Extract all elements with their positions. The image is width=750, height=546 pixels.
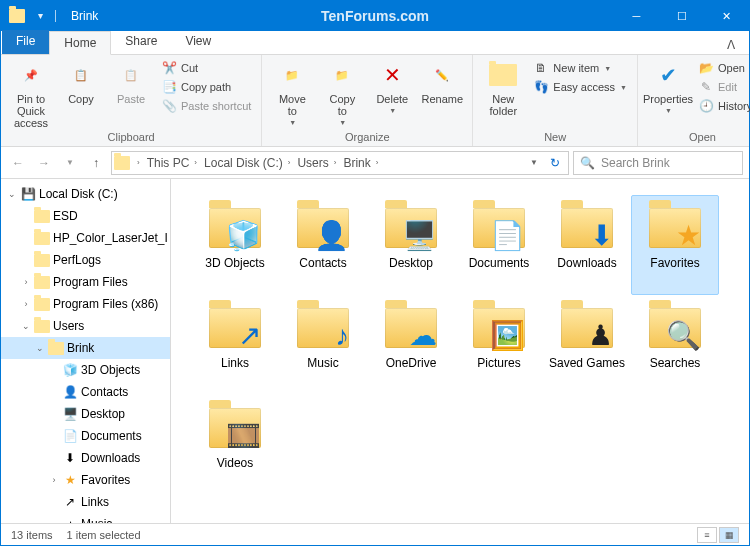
- expand-icon[interactable]: ›: [19, 299, 33, 309]
- group-organize: 📁Move to▼ 📁Copy to▼ ✕Delete▼ ✏️Rename Or…: [262, 55, 473, 146]
- content-pane[interactable]: 🧊3D Objects👤Contacts🖥️Desktop📄Documents⬇…: [171, 179, 749, 523]
- breadcrumb-seg[interactable]: Users›: [295, 156, 341, 170]
- minimize-button[interactable]: ─: [614, 1, 659, 31]
- pin-to-quick-access-button[interactable]: 📌Pin to Quick access: [7, 57, 55, 129]
- icons-view-button[interactable]: ▦: [719, 527, 739, 543]
- recent-locations-button[interactable]: ▼: [59, 152, 81, 174]
- folder-item[interactable]: 🖥️Desktop: [367, 195, 455, 295]
- qat-item[interactable]: │: [49, 9, 63, 23]
- node-icon: [47, 340, 65, 356]
- folder-item[interactable]: ☁OneDrive: [367, 295, 455, 395]
- node-label: Brink: [67, 341, 94, 355]
- expand-icon[interactable]: ›: [19, 277, 33, 287]
- folder-item[interactable]: 🎞️Videos: [191, 395, 279, 495]
- node-label: Local Disk (C:): [39, 187, 118, 201]
- folder-item[interactable]: ⬇Downloads: [543, 195, 631, 295]
- up-button[interactable]: ↑: [85, 152, 107, 174]
- tab-view[interactable]: View: [171, 30, 225, 54]
- folder-icon: ♟: [555, 300, 619, 356]
- open-button[interactable]: 📂Open▼: [694, 59, 750, 77]
- copy-path-button[interactable]: 📑Copy path: [157, 78, 255, 96]
- address-dropdown[interactable]: ▼: [524, 158, 544, 167]
- folder-item[interactable]: 🔍Searches: [631, 295, 719, 395]
- folder-icon: 🎞️: [203, 400, 267, 456]
- properties-button[interactable]: ✔Properties▼: [644, 57, 692, 115]
- address-bar[interactable]: › This PC› Local Disk (C:)› Users› Brink…: [111, 151, 569, 175]
- folder-item[interactable]: 👤Contacts: [279, 195, 367, 295]
- tree-node[interactable]: ♪Music: [1, 513, 170, 523]
- tree-node[interactable]: 📄Documents: [1, 425, 170, 447]
- copy-button[interactable]: 📋Copy: [57, 57, 105, 105]
- folder-item[interactable]: ↗Links: [191, 295, 279, 395]
- delete-button[interactable]: ✕Delete▼: [368, 57, 416, 115]
- edit-button[interactable]: ✎Edit: [694, 78, 750, 96]
- tree-node[interactable]: ›Program Files: [1, 271, 170, 293]
- folder-icon: 🖥️: [379, 200, 443, 256]
- tree-node[interactable]: ESD: [1, 205, 170, 227]
- cut-button[interactable]: ✂️Cut: [157, 59, 255, 77]
- titlebar: ▾ │ Brink TenForums.com ─ ☐ ✕: [1, 1, 749, 31]
- rename-button[interactable]: ✏️Rename: [418, 57, 466, 105]
- new-folder-button[interactable]: New folder: [479, 57, 527, 117]
- tree-node[interactable]: PerfLogs: [1, 249, 170, 271]
- breadcrumb-seg[interactable]: Local Disk (C:)›: [202, 156, 295, 170]
- node-label: Program Files: [53, 275, 128, 289]
- tab-home[interactable]: Home: [49, 31, 111, 55]
- back-button[interactable]: ←: [7, 152, 29, 174]
- tree-node[interactable]: ⬇Downloads: [1, 447, 170, 469]
- folder-item[interactable]: 🧊3D Objects: [191, 195, 279, 295]
- expand-icon[interactable]: ⌄: [19, 321, 33, 331]
- node-label: Favorites: [81, 473, 130, 487]
- qat-item[interactable]: ▾: [33, 9, 47, 23]
- node-icon: [33, 318, 51, 334]
- node-label: Downloads: [81, 451, 140, 465]
- folder-item[interactable]: 🖼️Pictures: [455, 295, 543, 395]
- item-label: Pictures: [477, 356, 520, 370]
- refresh-button[interactable]: ↻: [544, 156, 566, 170]
- tree-node[interactable]: 👤Contacts: [1, 381, 170, 403]
- node-icon: [33, 274, 51, 290]
- details-view-button[interactable]: ≡: [697, 527, 717, 543]
- close-button[interactable]: ✕: [704, 1, 749, 31]
- tree-node[interactable]: ⌄Users: [1, 315, 170, 337]
- tab-share[interactable]: Share: [111, 30, 171, 54]
- folder-icon: ♪: [291, 300, 355, 356]
- folder-item[interactable]: ♟Saved Games: [543, 295, 631, 395]
- tab-file[interactable]: File: [2, 30, 49, 54]
- address-icon: [114, 156, 130, 170]
- folder-icon: 📄: [467, 200, 531, 256]
- tree-node[interactable]: ↗Links: [1, 491, 170, 513]
- move-to-button[interactable]: 📁Move to▼: [268, 57, 316, 127]
- tree-node[interactable]: 🖥️Desktop: [1, 403, 170, 425]
- node-label: 3D Objects: [81, 363, 140, 377]
- tree-node[interactable]: ›★Favorites: [1, 469, 170, 491]
- new-item-button[interactable]: 🗎New item▼: [529, 59, 631, 77]
- forward-button[interactable]: →: [33, 152, 55, 174]
- tree-node[interactable]: 🧊3D Objects: [1, 359, 170, 381]
- folder-item[interactable]: 📄Documents: [455, 195, 543, 295]
- tree-node[interactable]: ⌄💾Local Disk (C:): [1, 183, 170, 205]
- tree-node[interactable]: HP_Color_LaserJet_I: [1, 227, 170, 249]
- breadcrumb-seg[interactable]: Brink›: [341, 156, 383, 170]
- search-box[interactable]: 🔍 Search Brink: [573, 151, 743, 175]
- folder-icon: 🖼️: [467, 300, 531, 356]
- history-button[interactable]: 🕘History: [694, 97, 750, 115]
- navigation-tree[interactable]: ⌄💾Local Disk (C:)ESDHP_Color_LaserJet_IP…: [1, 179, 171, 523]
- copy-to-button[interactable]: 📁Copy to▼: [318, 57, 366, 127]
- folder-item[interactable]: ★Favorites: [631, 195, 719, 295]
- tree-node[interactable]: ›Program Files (x86): [1, 293, 170, 315]
- node-icon: 👤: [61, 384, 79, 400]
- expand-icon[interactable]: ⌄: [5, 189, 19, 199]
- easy-access-button[interactable]: 👣Easy access▼: [529, 78, 631, 96]
- expand-icon[interactable]: ›: [47, 475, 61, 485]
- maximize-button[interactable]: ☐: [659, 1, 704, 31]
- collapse-ribbon-button[interactable]: ᐱ: [721, 36, 741, 54]
- folder-item[interactable]: ♪Music: [279, 295, 367, 395]
- tree-node[interactable]: ⌄Brink: [1, 337, 170, 359]
- node-icon: 🖥️: [61, 406, 79, 422]
- paste-shortcut-button[interactable]: 📎Paste shortcut: [157, 97, 255, 115]
- item-label: Contacts: [299, 256, 346, 270]
- paste-button[interactable]: 📋Paste: [107, 57, 155, 105]
- breadcrumb-seg[interactable]: This PC›: [145, 156, 202, 170]
- expand-icon[interactable]: ⌄: [33, 343, 47, 353]
